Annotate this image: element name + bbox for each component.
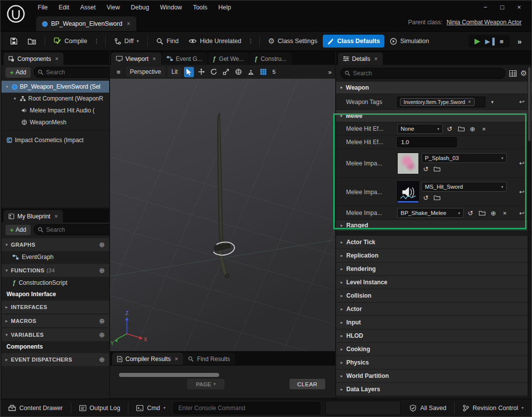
save-button[interactable]	[5, 34, 22, 48]
simulation-button[interactable]: Simulation	[385, 35, 433, 48]
expander-icon[interactable]: ▾	[4, 84, 9, 89]
component-tree-item-weaponmesh[interactable]: WeaponMesh	[1, 116, 109, 128]
menu-item-debug[interactable]: Debug	[125, 0, 155, 14]
particle-asset-thumbnail[interactable]	[397, 153, 419, 174]
hide-unrelated-button[interactable]: Hide Unrelated	[184, 35, 245, 48]
scrollbar-thumb[interactable]	[528, 67, 531, 141]
browse-to-asset-icon[interactable]	[432, 164, 441, 173]
use-selected-asset-icon[interactable]: ↺	[445, 124, 454, 133]
section-actor-tick[interactable]: ▸Actor Tick	[336, 236, 532, 249]
class-defaults-button[interactable]: Class Defaults	[323, 35, 384, 48]
add-event-dispatcher-icon[interactable]: ⊕	[99, 356, 105, 364]
sound-asset-dropdown[interactable]: MS_Hit_Sword ▾	[421, 182, 507, 192]
content-drawer-button[interactable]: Content Drawer	[4, 402, 67, 415]
compile-button[interactable]: Compile	[49, 34, 92, 48]
tab-compiler-results[interactable]: Compiler Results ×	[112, 353, 183, 365]
section-cooking[interactable]: ▸Cooking	[336, 343, 532, 356]
unreal-engine-logo[interactable]	[5, 3, 26, 24]
weapon-section-header[interactable]: ▾ Weapon	[336, 82, 532, 94]
section-input[interactable]: ▸Input	[336, 316, 532, 329]
browse-to-asset-icon[interactable]	[432, 193, 441, 202]
section-replication[interactable]: ▸Replication	[336, 249, 532, 262]
add-element-icon[interactable]: ⊕	[489, 208, 498, 217]
eventgraph-item[interactable]: EventGraph	[1, 251, 109, 263]
tab-construction-script[interactable]: ƒ Constru...	[249, 52, 292, 65]
tab-viewport[interactable]: Viewport ×	[111, 52, 161, 65]
tab-components[interactable]: Components ×	[3, 52, 63, 65]
close-icon[interactable]: ×	[55, 213, 58, 220]
menu-item-window[interactable]: Window	[155, 0, 187, 14]
section-world-partition[interactable]: ▸World Partition	[336, 369, 532, 382]
menu-item-edit[interactable]: Edit	[53, 0, 75, 14]
hide-unrelated-options-icon[interactable]: ⋮	[247, 38, 255, 45]
viewport-3d[interactable]: ≡ Perspective Lit	[110, 65, 335, 351]
output-log-button[interactable]: Output Log	[75, 402, 124, 415]
browse-to-asset-icon[interactable]	[477, 208, 486, 217]
component-tree-item-root[interactable]: ▾ Root Component (WeaponR	[1, 93, 109, 104]
add-variable-icon[interactable]: ⊕	[99, 331, 105, 339]
components-variable-category[interactable]: Components	[1, 341, 109, 352]
section-rendering[interactable]: ▸Rendering	[336, 262, 532, 275]
viewport-toolbar-overflow-icon[interactable]: »	[328, 68, 332, 76]
section-data-layers[interactable]: ▸Data Layers	[336, 383, 532, 396]
browse-to-asset-button[interactable]	[23, 35, 41, 48]
add-graph-icon[interactable]: ⊕	[99, 241, 105, 249]
construction-script-item[interactable]: ƒ ConstructionScript	[1, 277, 109, 289]
tab-event-graph[interactable]: Event G...	[162, 52, 207, 65]
details-settings-icon[interactable]: ⚙	[521, 69, 527, 78]
asset-tab-bp-weapon-elvensword[interactable]: BP_Weapon_ElvenSword ×	[36, 16, 136, 31]
perspective-dropdown[interactable]: Perspective	[126, 67, 165, 77]
add-component-button[interactable]: + Add	[5, 67, 31, 78]
clear-icon[interactable]: ×	[500, 208, 509, 217]
minimize-icon[interactable]: −	[477, 0, 494, 14]
cmd-dropdown[interactable]: Cmd ▾	[132, 402, 169, 415]
parent-class-link[interactable]: Ninja Combat Weapon Actor	[447, 19, 522, 26]
compile-options-icon[interactable]: ⋮	[93, 38, 101, 45]
clear-button[interactable]: CLEAR	[290, 379, 325, 389]
use-selected-asset-icon[interactable]: ↺	[421, 164, 430, 173]
grid-snap-icon[interactable]	[258, 67, 268, 77]
interfaces-section-header[interactable]: ▸ INTERFACES	[1, 301, 109, 313]
menu-item-file[interactable]: File	[32, 0, 53, 14]
expander-icon[interactable]: ▾	[12, 96, 17, 101]
use-selected-asset-icon[interactable]: ↺	[421, 193, 430, 202]
maximize-icon[interactable]: □	[494, 0, 511, 14]
section-actor[interactable]: ▸Actor	[336, 303, 532, 315]
move-tool-icon[interactable]	[196, 67, 206, 77]
component-tree-item-audio[interactable]: Melee Impact Hit Audio (	[1, 104, 109, 116]
menu-item-help[interactable]: Help	[213, 0, 236, 14]
close-icon[interactable]: ×	[175, 356, 178, 363]
surface-snap-icon[interactable]	[246, 67, 256, 77]
reset-to-default-icon[interactable]: ↩	[515, 188, 529, 196]
find-button[interactable]: Find	[152, 35, 183, 48]
section-physics[interactable]: ▸Physics	[336, 356, 532, 369]
console-command-field[interactable]	[174, 402, 320, 414]
graphs-section-header[interactable]: ▾ GRAPHS ⊕	[1, 238, 109, 251]
clear-icon[interactable]: ×	[479, 124, 488, 133]
close-icon[interactable]: ×	[55, 55, 59, 62]
use-selected-asset-icon[interactable]: ↺	[466, 208, 475, 217]
viewport-canvas[interactable]: Z X Y	[110, 65, 335, 351]
reset-to-default-icon[interactable]: ↩	[515, 98, 529, 105]
component-tree-item-impact-cosmetics[interactable]: Impact Cosmetics (Impact	[1, 134, 109, 146]
camera-shake-dropdown[interactable]: BP_Shake_Melee ▾	[397, 208, 464, 218]
weapon-interface-category[interactable]: Weapon Interface	[1, 289, 109, 300]
tab-details[interactable]: Details ×	[338, 52, 383, 65]
grid-snap-value[interactable]: 5	[271, 69, 277, 75]
variables-section-header[interactable]: ▾ VARIABLES ⊕	[1, 328, 109, 341]
page-dropdown[interactable]: PAGE ▾	[187, 379, 225, 389]
event-dispatchers-section-header[interactable]: ▸ EVENT DISPATCHERS ⊕	[1, 353, 109, 366]
frame-skip-icon[interactable]: ▶▐	[485, 38, 495, 45]
scale-tool-icon[interactable]	[221, 67, 231, 77]
revision-control-button[interactable]: Revision Control ▾	[459, 402, 528, 415]
gameplay-tag-chip[interactable]: Inventory.Item.Type.Sword ×	[400, 98, 474, 106]
select-tool-icon[interactable]	[184, 67, 194, 77]
details-search[interactable]	[341, 68, 505, 79]
reset-to-default-icon[interactable]: ↩	[515, 159, 529, 167]
browse-to-asset-icon[interactable]	[457, 124, 466, 133]
stop-icon[interactable]: ■	[500, 38, 504, 45]
section-collision[interactable]: ▸Collision	[336, 289, 532, 302]
weapon-tags-field[interactable]: Inventory.Item.Type.Sword ×	[397, 97, 485, 107]
tab-my-blueprint[interactable]: My Blueprint ×	[3, 210, 63, 222]
add-macro-icon[interactable]: ⊕	[99, 317, 105, 325]
